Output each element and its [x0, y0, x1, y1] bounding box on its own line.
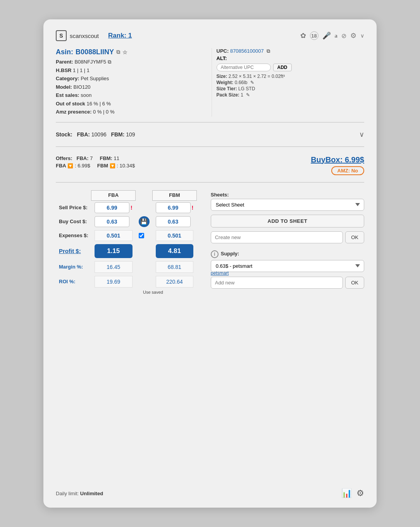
asin-label: Asin: [56, 48, 73, 56]
rank-display: Rank: 1 [108, 32, 132, 40]
use-saved-checkbox-wrap [139, 233, 150, 238]
expenses-fbm-cell: 0.501 [153, 229, 197, 243]
product-left: Asin: B0088LIINY ⧉ ☆ Parent: B08NFJYMF5 … [56, 48, 212, 117]
use-saved-checkbox[interactable] [139, 233, 144, 238]
roi-fba-cell: 19.69 [91, 274, 136, 289]
create-new-input[interactable] [211, 231, 343, 243]
divider-cell-4 [136, 243, 153, 260]
settings-gear-icon[interactable]: ⚙ [356, 488, 364, 498]
logo-area: S scanxscout Rank: 1 [56, 30, 132, 41]
divider-cell-5 [136, 260, 153, 274]
margin-fba-cell: 16.45 [91, 260, 136, 274]
size-row: Size: 2.52 × 5.31 × 2.72 = 0.02ft³ [217, 74, 365, 79]
oos-row: Out of stock 16 % | 6 % [56, 100, 204, 108]
product-right: UPC: 870856100007 ⧉ ALT: ADD Size: 2.52 … [212, 48, 365, 117]
create-new-row: OK [211, 231, 364, 243]
star-icon[interactable]: ☆ [122, 49, 127, 55]
logo-letter: S [59, 33, 63, 39]
profit-fba-value: 1.15 [95, 244, 133, 258]
app-name: scanxscout [70, 33, 99, 39]
spin-icon[interactable]: ✿ [300, 31, 306, 40]
profit-fbm-value: 4.81 [156, 244, 194, 258]
divider-3 [56, 182, 364, 183]
daily-limit-value: Unlimited [80, 491, 103, 496]
select-sheet-dropdown[interactable]: Select Sheet [211, 199, 364, 211]
supply-label: Supply: [221, 251, 239, 257]
offers-row: Offers: FBA: 7 FBM: 11 FBA 🔽 : 6.99$ FBM… [56, 151, 364, 178]
margin-fbm-cell: 68.81 [153, 260, 197, 274]
copy-asin-icon[interactable]: ⧉ [116, 49, 120, 55]
supply-info-icon[interactable]: i [211, 250, 219, 258]
add-to-sheet-button[interactable]: ADD TO SHEET [211, 215, 364, 227]
upc-row: UPC: 870856100007 ⧉ [217, 48, 365, 54]
alt-upc-input[interactable] [217, 64, 271, 71]
save-button[interactable]: 💾 [139, 216, 150, 227]
size-tier-row: Size Tier: LG STD [217, 86, 365, 91]
footer-icons: 📊 ⚙ [341, 488, 364, 498]
margin-row: Margin %: 16.45 68.81 [56, 260, 196, 274]
calc-table: FBA FBM Sell Price $: ! [56, 190, 197, 289]
sell-price-fba-input[interactable] [95, 202, 129, 213]
age-icon[interactable]: 18 [310, 31, 318, 40]
divider-2 [56, 146, 364, 147]
expenses-fba-cell: 0.501 [91, 229, 136, 243]
model-row: Model: BIO120 [56, 83, 204, 91]
right-panel: Sheets: Select Sheet ADD TO SHEET OK i S… [205, 190, 364, 294]
asin-value[interactable]: B0088LIINY [76, 48, 114, 56]
copy-upc-icon[interactable]: ⧉ [267, 48, 270, 54]
roi-label: ROI %: [56, 274, 91, 289]
add-new-ok-button[interactable]: OK [345, 277, 364, 289]
create-ok-button[interactable]: OK [345, 231, 364, 243]
header: S scanxscout Rank: 1 ✿ 18 🎤 a ⊘ ⚙ ∨ [56, 30, 364, 41]
amazon-icon[interactable]: a [335, 33, 338, 39]
roi-fba-value: 19.69 [95, 276, 133, 288]
buy-cost-label: Buy Cost $: [56, 215, 91, 229]
settings-icon[interactable]: ⚙ [350, 31, 356, 40]
add-new-row: OK [211, 277, 364, 289]
buy-cost-row: Buy Cost $: 💾 [56, 215, 196, 229]
buy-cost-fbm-input[interactable] [156, 216, 191, 227]
edit-weight-icon[interactable]: ✎ [250, 80, 254, 85]
parent-row: Parent: B08NFJYMF5 ⧉ [56, 58, 204, 66]
category-row: Category: Pet Supplies [56, 75, 204, 83]
est-sales-row: Est sales: soon [56, 91, 204, 99]
sell-price-fba-cell: ! [91, 200, 136, 215]
supply-dropdown[interactable]: 0.63$ - petsmart [211, 260, 364, 272]
fbm-col-header: FBM [153, 190, 197, 200]
stock-row: Stock: FBA: 10096 FBM: 109 ∨ [56, 126, 364, 143]
divider-1 [56, 122, 364, 122]
block-icon[interactable]: ⊘ [341, 32, 346, 40]
calc-section: FBA FBM Sell Price $: ! [56, 186, 364, 298]
amz-badge: AMZ: No [331, 166, 364, 175]
buybox-area: BuyBox: 6.99$ AMZ: No [311, 155, 364, 175]
divider-cell-1 [136, 200, 153, 215]
analytics-icon[interactable]: 📊 [341, 488, 352, 498]
offers-line-2: FBA 🔽 : 6.99$ FBM 🔽 : 10.34$ [56, 163, 135, 169]
buybox-price: BuyBox: 6.99$ [311, 155, 364, 164]
buy-cost-fbm-cell [153, 215, 197, 229]
edit-pack-icon[interactable]: ✎ [246, 92, 250, 98]
asin-title: Asin: B0088LIINY ⧉ ☆ [56, 48, 204, 56]
chevron-down-icon[interactable]: ∨ [360, 33, 364, 39]
profit-fbm-cell: 4.81 [153, 243, 197, 260]
stock-info: Stock: FBA: 10096 FBM: 109 [56, 131, 135, 138]
alt-input-row: ADD [217, 64, 365, 71]
expenses-fba-value: 0.501 [95, 230, 133, 241]
expenses-label: Expenses $: [56, 229, 91, 243]
buy-cost-fba-cell [91, 215, 136, 229]
roi-fbm-value: 220.64 [156, 276, 194, 288]
product-section: Asin: B0088LIINY ⧉ ☆ Parent: B08NFJYMF5 … [56, 48, 364, 117]
divider-cell-6 [136, 274, 153, 289]
microphone-icon[interactable]: 🎤 [322, 31, 331, 40]
stock-expand-icon[interactable]: ∨ [359, 130, 364, 139]
supply-section: i Supply: 0.63$ - petsmart petsmart OK [211, 250, 364, 289]
sell-price-fbm-input[interactable] [156, 202, 191, 213]
copy-parent-icon[interactable]: ⧉ [108, 59, 111, 65]
expenses-fbm-value: 0.501 [156, 230, 194, 241]
fba-col-header: FBA [91, 190, 136, 200]
expenses-row: Expenses $: 0.501 0.501 [56, 229, 196, 243]
add-upc-button[interactable]: ADD [273, 64, 292, 71]
buy-cost-fba-input[interactable] [95, 216, 129, 227]
sell-price-fba-alert: ! [131, 205, 133, 211]
add-new-input[interactable] [211, 277, 343, 289]
